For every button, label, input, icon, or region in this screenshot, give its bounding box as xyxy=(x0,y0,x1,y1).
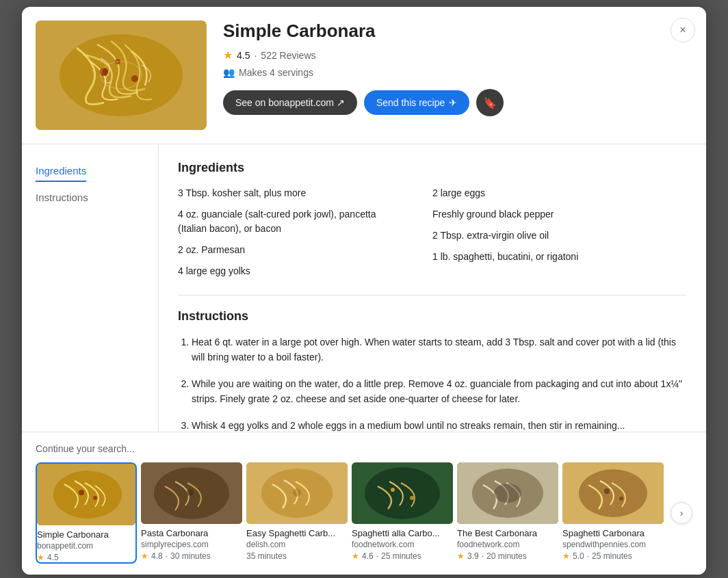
card-star-4: ★ xyxy=(352,551,359,561)
recipe-rating-row: ★ 4.5 · 522 Reviews xyxy=(223,49,692,62)
card-image-2 xyxy=(141,462,242,524)
recipe-title: Simple Carbonara xyxy=(223,21,692,42)
ingredient-8: 1 lb. spaghetti, bucatini, or rigatoni xyxy=(432,250,687,264)
card-source-6: spendwithpennies.com xyxy=(562,540,664,549)
svg-point-26 xyxy=(619,497,623,501)
svg-point-12 xyxy=(187,489,194,496)
card-source-5: foodnetwork.com xyxy=(457,540,558,549)
card-rating-4: 4.6 xyxy=(362,551,374,561)
reviews-text: 522 Reviews xyxy=(261,50,315,61)
card-title-3: Easy Spaghetti Carb... xyxy=(246,528,348,538)
recipe-card-6[interactable]: Spaghetti Carbonara spendwithpennies.com… xyxy=(562,462,664,564)
recipe-card-5[interactable]: The Best Carbonara foodnetwork.com ★ 3.9… xyxy=(457,462,558,564)
continue-search-section: Continue your search... xyxy=(22,432,706,575)
card-rating-1: 4.5 xyxy=(47,553,59,562)
recipe-modal: Simple Carbonara ★ 4.5 · 522 Reviews 👥 M… xyxy=(22,7,706,575)
ingredients-col-2: 2 large eggs Freshly ground black pepper… xyxy=(432,186,687,278)
card-meta-2: ★ 4.8 · 30 minutes xyxy=(141,551,242,561)
action-buttons: See on bonappetit.com ↗ Send this recipe… xyxy=(223,89,692,116)
recipe-card-2[interactable]: Pasta Carbonara simplyrecipes.com ★ 4.8 … xyxy=(141,462,242,564)
card-title-4: Spaghetti alla Carbo... xyxy=(352,528,453,538)
ingredients-grid: 3 Tbsp. kosher salt, plus more 4 oz. gua… xyxy=(178,186,687,278)
recipe-content: Ingredients Instructions Ingredients 3 T… xyxy=(22,144,706,432)
card-rating-2: 4.8 xyxy=(151,551,163,561)
ingredient-7: 2 Tbsp. extra-virgin olive oil xyxy=(432,228,687,243)
servings-text: Makes 4 servings xyxy=(239,67,313,78)
send-recipe-button[interactable]: Send this recipe ✈ xyxy=(364,90,469,115)
recipe-info: Simple Carbonara ★ 4.5 · 522 Reviews 👥 M… xyxy=(207,21,692,116)
recipe-image xyxy=(36,21,207,130)
svg-point-19 xyxy=(410,496,414,500)
svg-point-22 xyxy=(494,484,521,503)
rating-number: 4.5 xyxy=(237,50,250,61)
recipe-card-4[interactable]: Spaghetti alla Carbo... foodnetwork.com … xyxy=(352,462,453,564)
svg-point-1 xyxy=(60,34,183,116)
card-rating-5: 3.9 xyxy=(467,551,479,561)
svg-point-25 xyxy=(604,488,610,494)
recipe-card-1[interactable]: Simple Carbonara bonappetit.com ★ 4.5 xyxy=(36,462,137,564)
card-meta-6: ★ 5.0 · 25 minutes xyxy=(562,551,664,561)
card-title-5: The Best Carbonara xyxy=(457,528,558,538)
close-button[interactable]: × xyxy=(671,18,695,42)
card-image-6 xyxy=(562,462,664,524)
card-source-1: bonappetit.com xyxy=(37,541,135,551)
ingredients-col-1: 3 Tbsp. kosher salt, plus more 4 oz. gua… xyxy=(178,186,432,278)
send-icon: ✈ xyxy=(449,97,457,108)
search-cards: Simple Carbonara bonappetit.com ★ 4.5 xyxy=(36,462,668,564)
card-meta-4: ★ 4.6 · 25 minutes xyxy=(352,551,453,561)
bookmark-icon: 🔖 xyxy=(483,96,497,109)
instruction-item-3: Whisk 4 egg yolks and 2 whole eggs in a … xyxy=(192,418,687,432)
ingredient-4: 4 large egg yolks xyxy=(178,264,432,278)
send-recipe-label: Send this recipe xyxy=(376,97,445,108)
card-source-2: simplyrecipes.com xyxy=(141,540,242,549)
next-icon: › xyxy=(680,508,684,518)
card-meta-5: ★ 3.9 · 20 minutes xyxy=(457,551,558,561)
card-star-5: ★ xyxy=(457,551,465,561)
card-time-2: 30 minutes xyxy=(170,551,211,561)
card-dot-6: · xyxy=(587,551,589,561)
card-time-3: 35 minutes xyxy=(246,551,287,561)
recipe-card-3[interactable]: Easy Spaghetti Carb... delish.com 35 min… xyxy=(246,462,348,564)
ingredient-2: 4 oz. guanciale (salt-cured pork jowl), … xyxy=(178,207,432,236)
close-icon: × xyxy=(679,24,686,36)
bonappetit-label: See on bonappetit.com ↗ xyxy=(235,97,345,108)
ingredients-heading: Ingredients xyxy=(178,161,687,175)
card-title-1: Simple Carbonara xyxy=(37,529,135,540)
card-source-3: delish.com xyxy=(246,540,348,549)
svg-point-8 xyxy=(79,490,84,495)
card-dot-5: · xyxy=(482,551,484,561)
card-star-2: ★ xyxy=(141,551,148,561)
nav-instructions[interactable]: Instructions xyxy=(36,187,144,207)
card-title-6: Spaghetti Carbonara xyxy=(562,528,664,538)
svg-point-15 xyxy=(293,488,301,497)
card-star-1: ★ xyxy=(37,553,44,562)
bookmark-button[interactable]: 🔖 xyxy=(476,89,504,116)
search-cards-wrapper: Simple Carbonara bonappetit.com ★ 4.5 xyxy=(36,462,692,564)
instruction-item-2: While you are waiting on the water, do a… xyxy=(192,376,687,407)
next-button[interactable]: › xyxy=(671,502,692,524)
card-meta-3: 35 minutes xyxy=(246,551,348,561)
recipe-header: Simple Carbonara ★ 4.5 · 522 Reviews 👥 M… xyxy=(22,7,706,144)
card-star-6: ★ xyxy=(562,551,570,561)
content-area: Ingredients 3 Tbsp. kosher salt, plus mo… xyxy=(159,144,706,432)
servings-row: 👥 Makes 4 servings xyxy=(223,67,692,78)
ingredient-6: Freshly ground black pepper xyxy=(432,207,687,222)
card-dot-2: · xyxy=(166,551,168,561)
card-title-2: Pasta Carbonara xyxy=(141,528,242,538)
ingredient-5: 2 large eggs xyxy=(432,186,687,200)
continue-label: Continue your search... xyxy=(36,443,692,454)
star-icon: ★ xyxy=(223,49,233,62)
section-divider xyxy=(178,295,687,295)
card-image-3 xyxy=(246,462,348,524)
nav-ingredients[interactable]: Ingredients xyxy=(36,161,86,182)
instructions-heading: Instructions xyxy=(178,309,687,324)
svg-point-18 xyxy=(391,488,395,492)
sidebar-nav: Ingredients Instructions xyxy=(22,144,159,432)
svg-point-3 xyxy=(131,75,138,82)
ingredient-3: 2 oz. Parmesan xyxy=(178,243,432,257)
bonappetit-button[interactable]: See on bonappetit.com ↗ xyxy=(223,90,357,115)
card-time-5: 20 minutes xyxy=(486,551,527,561)
card-time-4: 25 minutes xyxy=(381,551,421,561)
people-icon: 👥 xyxy=(223,67,235,78)
ingredient-1: 3 Tbsp. kosher salt, plus more xyxy=(178,186,432,200)
